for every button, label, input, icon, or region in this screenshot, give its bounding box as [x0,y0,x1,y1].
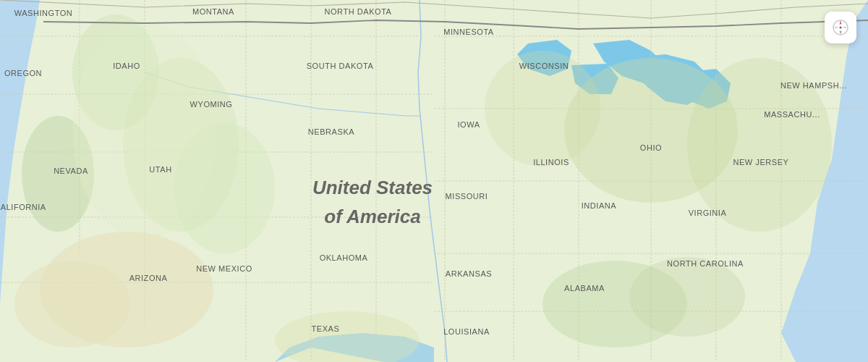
compass-button[interactable] [825,12,856,43]
svg-point-31 [629,257,745,337]
svg-point-26 [72,22,217,239]
svg-point-29 [485,51,600,167]
map-container: WASHINGTON OREGON CALIFORNIA NEVADA IDAH… [0,0,868,362]
svg-point-33 [14,261,130,348]
svg-point-28 [687,58,832,232]
compass-icon [832,19,849,36]
svg-point-68 [840,27,842,29]
map-svg: WASHINGTON OREGON CALIFORNIA NEVADA IDAH… [0,0,868,362]
